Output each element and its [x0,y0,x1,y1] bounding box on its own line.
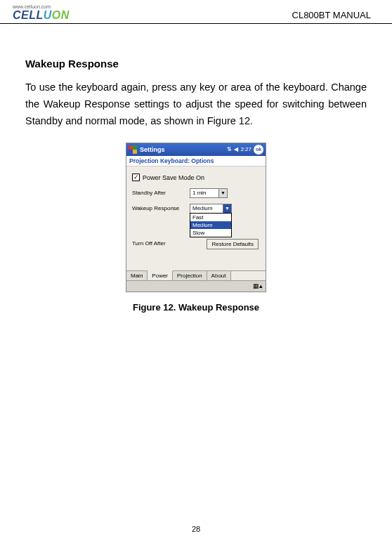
power-save-checkbox[interactable]: ✓ [132,174,140,181]
speaker-icon: ◀ [234,146,238,152]
content: Wakeup Response To use the keyboard agai… [0,24,392,313]
tab-main[interactable]: Main [126,271,148,280]
tab-about[interactable]: About [207,271,231,280]
option-medium[interactable]: Medium [190,221,231,229]
keyboard-icon[interactable]: ▦▴ [253,282,263,289]
restore-defaults-button[interactable]: Restore Defaults [207,239,259,249]
figure-caption: Figure 12. Wakeup Response [133,302,259,313]
device-screen: Settings ⇅ ◀ 2:27 ok Projection Keyboard… [126,143,266,292]
titlebar-title: Settings [140,146,227,153]
windows-icon[interactable] [129,145,137,154]
body-text: To use the keyboard again, press any key… [25,79,367,130]
standby-label: Standby After [132,190,190,196]
tab-projection[interactable]: Projection [173,271,207,280]
chevron-down-icon: ▼ [223,204,231,213]
turnoff-label: Turn Off After [132,240,190,247]
option-slow[interactable]: Slow [190,229,231,237]
wakeup-row: Wakeup Response Medium ▼ Fast Medium Slo… [132,203,260,214]
logo: www.celluon.com CELLUON [13,4,70,22]
screen-subtitle: Projection Keyboard: Options [126,156,266,166]
page-number: 28 [0,525,392,533]
logo-brand: CELLUON [13,9,70,22]
wakeup-value: Medium [192,205,212,211]
power-save-row: ✓ Power Save Mode On [132,172,260,183]
tab-power[interactable]: Power [148,270,173,280]
standby-value: 1 min [192,190,207,196]
section-title: Wakeup Response [25,58,367,70]
status-icons: ⇅ ◀ 2:27 [227,146,251,152]
clock: 2:27 [240,146,251,152]
chevron-down-icon: ▼ [218,189,227,197]
ok-button[interactable]: ok [254,145,263,155]
standby-row: Standby After 1 min ▼ [132,188,260,199]
logo-url: www.celluon.com [13,4,70,9]
wakeup-label: Wakeup Response [132,205,190,211]
power-save-label: Power Save Mode On [143,174,204,181]
tab-bar: Main Power Projection About [126,270,266,280]
figure: Settings ⇅ ◀ 2:27 ok Projection Keyboard… [25,143,367,313]
options-panel: ✓ Power Save Mode On Standby After 1 min… [126,166,266,270]
page-header: www.celluon.com CELLUON CL800BT MANUAL [0,0,392,24]
manual-title: CL800BT MANUAL [292,10,371,22]
titlebar: Settings ⇅ ◀ 2:27 ok [126,143,266,156]
sip-bar: ▦▴ [126,280,266,292]
wakeup-dropdown[interactable]: Fast Medium Slow [190,213,232,237]
option-fast[interactable]: Fast [190,214,231,221]
standby-combo[interactable]: 1 min ▼ [190,188,228,198]
connectivity-icon: ⇅ [227,146,232,152]
wakeup-combo[interactable]: Medium ▼ [190,204,232,214]
